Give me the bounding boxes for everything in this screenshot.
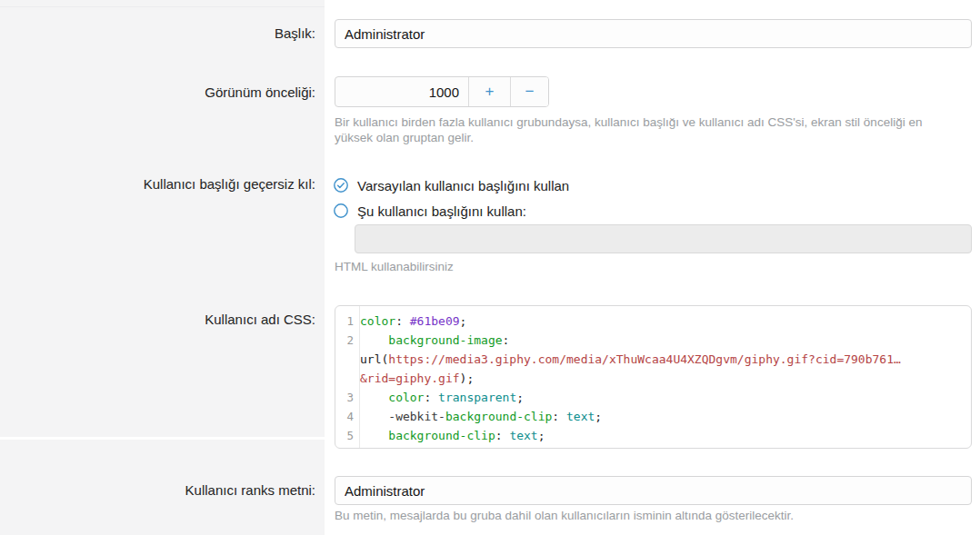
- display-priority-input[interactable]: [335, 77, 468, 106]
- title-input[interactable]: [335, 19, 972, 48]
- user-group-edit-form: Başlık: Görünüm önceliği: + − Bir kullan…: [0, 0, 980, 535]
- label-column-top-border: [0, 6, 325, 7]
- radio-default-title-label: Varsayılan kullanıcı başlığını kullan: [357, 178, 569, 193]
- display-priority-stepper: + −: [335, 76, 549, 107]
- radio-selected-icon: [333, 177, 349, 193]
- display-priority-help: Bir kullanıcı birden fazla kullanıcı gru…: [335, 115, 962, 145]
- gutter-border: [359, 306, 360, 449]
- increment-button[interactable]: +: [468, 77, 510, 106]
- user-ranks-text-label: Kullanıcı ranks metni:: [0, 481, 315, 500]
- radio-unselected-icon: [333, 203, 349, 219]
- user-ranks-text-help: Bu metin, mesajlarda bu gruba dahil olan…: [335, 509, 794, 524]
- label-column-background: [0, 0, 325, 535]
- minus-icon: −: [525, 83, 535, 101]
- username-css-label: Kullanıcı adı CSS:: [0, 311, 315, 329]
- override-user-title-label: Kullanıcı başlığı geçersiz kıl:: [0, 175, 315, 193]
- code-lines: 1color: #61be09;2 background-image:url(h…: [335, 312, 971, 445]
- css-code-editor[interactable]: 1color: #61be09;2 background-image:url(h…: [335, 305, 972, 449]
- html-allowed-help: HTML kullanabilirsiniz: [335, 260, 454, 275]
- radio-option-default-title[interactable]: Varsayılan kullanıcı başlığını kullan: [333, 173, 569, 197]
- radio-option-custom-title[interactable]: Şu kullanıcı başlığını kullan:: [333, 199, 526, 223]
- row-separator: [0, 437, 325, 440]
- plus-icon: +: [485, 83, 495, 101]
- title-label: Başlık:: [0, 25, 315, 43]
- decrement-button[interactable]: −: [510, 77, 548, 106]
- user-ranks-text-input[interactable]: [335, 476, 972, 505]
- custom-title-input[interactable]: [355, 224, 972, 253]
- radio-custom-title-label: Şu kullanıcı başlığını kullan:: [357, 203, 526, 219]
- display-priority-label: Görünüm önceliği:: [0, 84, 315, 102]
